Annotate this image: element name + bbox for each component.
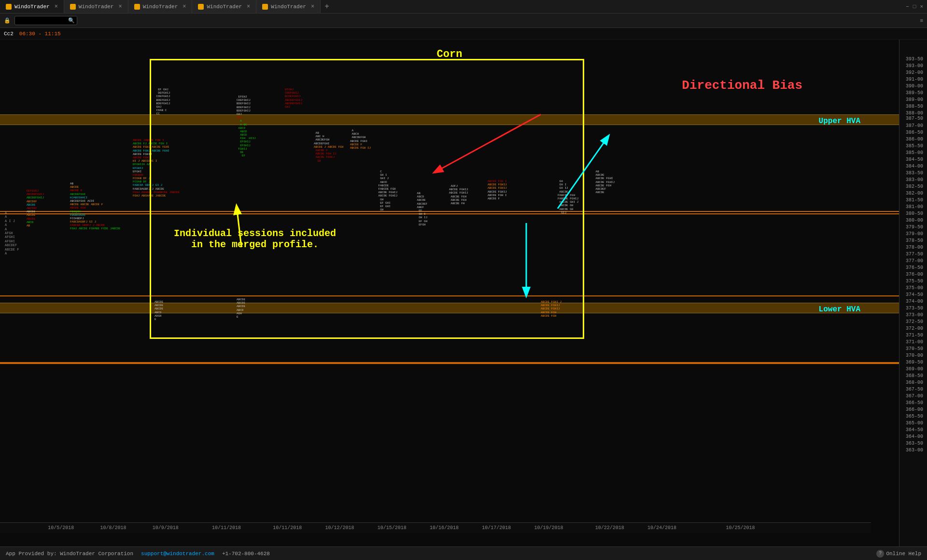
price-369: 369-00 — [906, 366, 923, 372]
orange-line-bottom2 — [0, 363, 899, 364]
price-376-50: 376-50 — [906, 265, 923, 270]
price-388: 388-00 — [906, 111, 923, 116]
price-377-50: 377-50 — [906, 252, 923, 257]
price-381: 381-00 — [906, 204, 923, 210]
price-368-50: 368-50 — [906, 373, 923, 378]
support-email[interactable]: support@windotrader.com — [141, 551, 214, 557]
price-378: 378-00 — [906, 245, 923, 250]
price-387-50: 387-50 — [906, 116, 923, 121]
price-370: 370-00 — [906, 353, 923, 358]
upper-hva-label: Upper HVA — [819, 117, 860, 126]
price-371-50: 371-50 — [906, 333, 923, 338]
price-382-50: 382-50 — [906, 184, 923, 189]
orange-line-lower — [0, 295, 899, 296]
price-380-50: 380-50 — [906, 211, 923, 216]
symbol-label: Cc2 — [4, 31, 14, 37]
price-374: 374-00 — [906, 299, 923, 304]
price-393-50: 393-50 — [906, 56, 923, 62]
price-383: 383-00 — [906, 177, 923, 182]
tab-close-4[interactable]: × — [247, 3, 250, 10]
date-label-9: 10/17/2018 — [482, 525, 511, 531]
tab-icon-1 — [6, 4, 12, 10]
price-363-50: 363-50 — [906, 441, 923, 446]
date-label-12: 10/24/2018 — [647, 525, 676, 531]
profile-session-2: EFGHJ CDEFGHIJ BCDEFGHIJ ABCDEFGHIJ ABCD… — [285, 88, 302, 109]
price-382: 382-00 — [906, 191, 923, 196]
price-371: 371-00 — [906, 339, 923, 345]
tab-close-3[interactable]: × — [183, 3, 186, 10]
new-tab-button[interactable]: + — [321, 2, 333, 11]
online-help[interactable]: ? Online Help — [876, 550, 921, 558]
date-label-8: 10/16/2018 — [430, 525, 459, 531]
window-controls: − □ × — [906, 4, 927, 10]
app-provider: App Provided by: WindoTrader Corporation — [6, 551, 133, 557]
price-388-50: 388-50 — [906, 104, 923, 109]
tab-icon-4 — [198, 4, 204, 10]
price-393: 393-00 — [906, 63, 923, 69]
price-369-50: 369-50 — [906, 360, 923, 365]
price-374-50: 374-50 — [906, 292, 923, 297]
date-axis: 10/5/2018 10/8/2018 10/9/2018 10/11/2018… — [0, 522, 871, 533]
tab-2[interactable]: WindoTrader × — [64, 0, 128, 13]
profile-merged-main: EF GHJ DEFGHIJ CDEFGHIJ BDEFGHIJ BDEFGHI… — [154, 88, 170, 116]
price-368: 368-00 — [906, 380, 923, 385]
price-366-50: 366-50 — [906, 400, 923, 406]
price-372-50: 372-50 — [906, 319, 923, 324]
date-label-13: 10/25/2018 — [726, 525, 755, 531]
maximize-button[interactable]: □ — [913, 4, 916, 10]
profile-session-1: EFGHJ CDEFGHIJ BDEFGHIJ BDEFGHIJ BDEFGHI… — [237, 95, 256, 157]
price-375: 375-00 — [906, 285, 923, 291]
tab-4[interactable]: WindoTrader × — [192, 0, 256, 13]
profile-session-8: ABCDE FGH I ABCDE FGHIJ ABCDE FGHIJ ABCD… — [488, 180, 507, 200]
profile-lower-1: ABCDE ABCDE ABCDE ABCD ADGH E — [154, 300, 163, 321]
profile-session-3: AB ABC H ABCDEFGH ABCDEFGHI ABCDE J ABCD… — [314, 131, 343, 163]
search-input[interactable] — [18, 18, 66, 24]
tab-close-5[interactable]: × — [311, 3, 314, 10]
tab-5[interactable]: WindoTrader × — [256, 0, 321, 13]
price-392: 392-00 — [906, 70, 923, 75]
tab-1[interactable]: WindoTrader × — [0, 0, 64, 13]
online-help-label: Online Help — [886, 551, 921, 557]
close-button[interactable]: × — [920, 4, 923, 10]
status-bar: Cc2 06:30 - 11:15 — [0, 28, 927, 40]
price-383-50: 383-50 — [906, 170, 923, 176]
main-area: Corn Upper HVA Lower HVA Directional Bia… — [0, 40, 927, 546]
phone: +1-702-800-4628 — [222, 551, 270, 557]
help-icon: ? — [876, 550, 884, 558]
profile-lower-2: ABCDE ABCDE ABCDE ABCD AGH E — [237, 298, 245, 319]
profile-left-2: DEFGHIJ ABCDEFGHIJ ABCDEFGHIJ ABCDEF ABC… — [27, 189, 44, 227]
minimize-button[interactable]: − — [906, 4, 909, 10]
price-373-50: 373-50 — [906, 306, 923, 311]
tab-close-1[interactable]: × — [55, 3, 58, 10]
search-box[interactable]: 🔍 — [14, 16, 77, 25]
price-378-50: 378-50 — [906, 238, 923, 243]
date-label-1: 10/5/2018 — [48, 525, 74, 531]
chart-area[interactable]: Corn Upper HVA Lower HVA Directional Bia… — [0, 40, 899, 546]
tab-icon-2 — [70, 4, 76, 10]
tab-close-2[interactable]: × — [118, 3, 122, 10]
profile-right-2: AB ABCDE ABCDE FGHI ABCDE FGHIJ ABCDE FG… — [594, 170, 615, 194]
price-axis: 393-50 393-00 392-00 391-00 390-00 389-5… — [899, 40, 927, 546]
price-376: 376-00 — [906, 272, 923, 277]
settings-icon[interactable]: ≡ — [920, 18, 923, 24]
toolbar: 🔒 🔍 ≡ — [0, 14, 927, 28]
price-381-50: 381-50 — [906, 197, 923, 203]
search-icon[interactable]: 🔍 — [68, 17, 75, 24]
tab-label-2: WindoTrader — [79, 4, 114, 10]
price-373: 373-00 — [906, 312, 923, 318]
date-label-10: 10/19/2018 — [534, 525, 563, 531]
profile-session-5: C GH I GHI J ABCD FABCDE FABCDE FGH ABCD… — [377, 170, 397, 211]
profile-right-1: GH GH I GH IJ ABCDE FABCDE FGH FABCDE FG… — [558, 180, 578, 214]
profile-session-7: ADFJ ABCDE FGHIJ ABCDE FGHIJ ABCDE FGH A… — [449, 184, 468, 205]
tab-3[interactable]: WindoTrader × — [128, 0, 193, 13]
tab-bar: WindoTrader × WindoTrader × WindoTrader … — [0, 0, 927, 14]
price-377: 377-00 — [906, 258, 923, 264]
tab-label-5: WindoTrader — [271, 4, 306, 10]
price-375-50: 375-50 — [906, 279, 923, 284]
price-365-50: 365-50 — [906, 414, 923, 419]
orange-line-mid — [0, 211, 899, 212]
tab-label-1: WindoTrader — [14, 4, 50, 10]
price-387: 387-00 — [906, 123, 923, 128]
time-range: 06:30 - 11:15 — [19, 31, 61, 37]
profile-session-6: AB ABCD ABCDE ABCDEF ABEF EF GH I GH IJ … — [415, 192, 427, 226]
